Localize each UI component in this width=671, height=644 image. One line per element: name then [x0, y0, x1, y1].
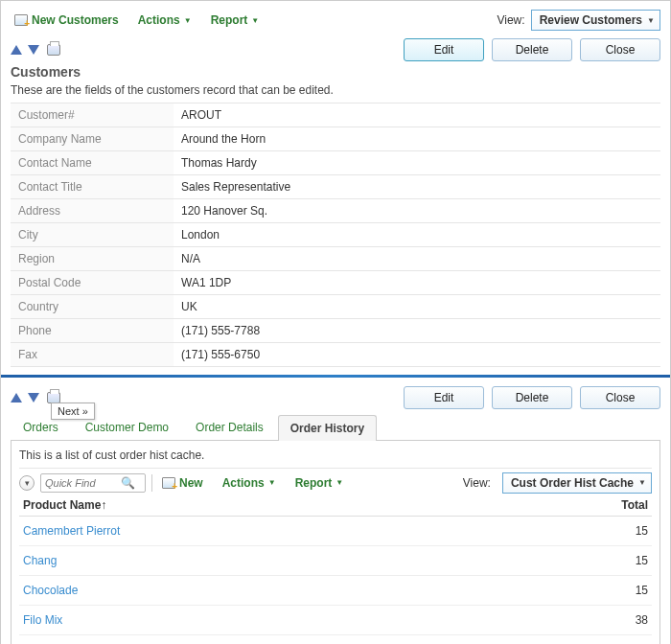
- field-value: N/A: [174, 247, 660, 271]
- field-row: Contact NameThomas Hardy: [11, 151, 660, 175]
- actions-label: Actions: [138, 13, 180, 27]
- tab-orders[interactable]: Orders: [11, 414, 71, 440]
- print-icon[interactable]: [47, 44, 60, 56]
- grid-row: Chang15: [19, 546, 652, 576]
- field-row: RegionN/A: [11, 247, 660, 271]
- tab-customer-demo[interactable]: Customer Demo: [73, 414, 181, 440]
- field-row: Address120 Hanover Sq.: [11, 199, 660, 223]
- caret-down-icon: ▼: [336, 478, 343, 487]
- field-value: AROUT: [174, 104, 660, 127]
- customers-desc: These are the fields of the customers re…: [11, 83, 660, 97]
- field-label: Contact Name: [11, 151, 174, 175]
- top-menu-bar: New Customers Actions ▼ Report ▼ View: R…: [11, 9, 660, 32]
- field-label: City: [11, 223, 174, 247]
- new-label: New: [179, 476, 203, 490]
- field-value: (171) 555-6750: [174, 343, 660, 367]
- field-label: Customer#: [11, 104, 174, 127]
- field-row: Fax(171) 555-6750: [11, 343, 660, 367]
- caret-down-icon: ▼: [638, 478, 646, 487]
- print-icon[interactable]: [47, 392, 60, 403]
- field-label: Contact Title: [11, 175, 174, 199]
- field-label: Company Name: [11, 127, 174, 151]
- field-label: Region: [11, 247, 174, 271]
- grid-header: Product Name↑ Total: [19, 493, 652, 517]
- quick-find[interactable]: 🔍: [40, 473, 146, 493]
- field-label: Country: [11, 295, 174, 319]
- field-label: Phone: [11, 319, 174, 343]
- search-icon[interactable]: 🔍: [118, 476, 137, 490]
- move-down-icon[interactable]: [28, 45, 39, 55]
- collapse-icon[interactable]: ▾: [19, 475, 35, 491]
- new-icon: [14, 14, 28, 26]
- separator: [151, 474, 152, 492]
- field-label: Fax: [11, 343, 174, 367]
- move-up-icon[interactable]: [11, 45, 22, 55]
- col-total[interactable]: Total: [590, 498, 648, 512]
- actions-label: Actions: [222, 476, 265, 490]
- field-value: UK: [174, 295, 660, 319]
- detail-tabs: Next » OrdersCustomer DemoOrder DetailsO…: [11, 414, 660, 441]
- field-value: Sales Representative: [174, 175, 660, 199]
- detail-view-label: View:: [463, 476, 491, 490]
- actions-menu[interactable]: Actions ▼: [134, 12, 196, 29]
- product-total: 38: [590, 613, 648, 627]
- customers-title: Customers: [11, 64, 660, 80]
- detail-view-dropdown[interactable]: Cust Order Hist Cache ▼: [502, 472, 652, 494]
- grid-row: Chocolade15: [19, 576, 652, 606]
- actions-detail-menu[interactable]: Actions ▼: [219, 474, 280, 492]
- edit-button[interactable]: Edit: [404, 386, 484, 409]
- tab-body: This is a list of cust order hist cache.…: [11, 441, 660, 644]
- view-label: View:: [497, 13, 524, 27]
- field-row: Postal CodeWA1 1DP: [11, 271, 660, 295]
- field-row: CountryUK: [11, 295, 660, 319]
- section-divider: [1, 375, 670, 378]
- move-down-icon[interactable]: [28, 393, 39, 402]
- tab-order-details[interactable]: Order Details: [183, 414, 276, 440]
- close-button[interactable]: Close: [580, 38, 660, 61]
- field-value: (171) 555-7788: [174, 319, 660, 343]
- product-total: 15: [590, 554, 648, 567]
- close-button[interactable]: Close: [580, 386, 660, 409]
- tab-order-history[interactable]: Order History: [278, 415, 377, 441]
- caret-down-icon: ▼: [184, 16, 192, 25]
- product-link[interactable]: Chocolade: [23, 584, 590, 597]
- edit-button[interactable]: Edit: [404, 38, 484, 61]
- grid-row: Flotemysost12: [19, 635, 652, 644]
- product-link[interactable]: Camembert Pierrot: [23, 524, 590, 538]
- field-value: 120 Hanover Sq.: [174, 199, 660, 223]
- field-label: Postal Code: [11, 271, 174, 295]
- new-customers-label: New Customers: [32, 13, 119, 27]
- product-total: 15: [590, 584, 648, 597]
- product-total: 15: [590, 524, 648, 538]
- detail-action-row: Edit Delete Close: [11, 385, 660, 410]
- field-row: Company NameAround the Horn: [11, 127, 660, 151]
- delete-button[interactable]: Delete: [492, 386, 572, 409]
- customer-field-table: Customer#AROUTCompany NameAround the Hor…: [11, 103, 660, 367]
- new-icon: [162, 477, 175, 489]
- record-action-row: Edit Delete Close: [11, 37, 660, 62]
- quick-find-input[interactable]: [41, 477, 118, 489]
- grid-row: Camembert Pierrot15: [19, 517, 652, 546]
- new-detail-menu[interactable]: New: [158, 474, 207, 492]
- report-detail-menu[interactable]: Report ▼: [291, 474, 348, 492]
- field-row: Phone(171) 555-7788: [11, 319, 660, 343]
- caret-down-icon: ▼: [268, 478, 276, 487]
- field-value: Thomas Hardy: [174, 151, 660, 175]
- product-link[interactable]: Chang: [23, 554, 590, 567]
- field-value: Around the Horn: [174, 127, 660, 151]
- move-up-icon[interactable]: [11, 393, 22, 402]
- sort-asc-icon: ↑: [101, 498, 106, 512]
- new-customers-menu[interactable]: New Customers: [11, 12, 123, 29]
- field-label: Address: [11, 199, 174, 223]
- tab-desc: This is a list of cust order hist cache.: [19, 447, 652, 468]
- view-dropdown[interactable]: Review Customers ▼: [531, 10, 660, 31]
- report-label: Report: [295, 476, 333, 490]
- detail-view-value: Cust Order Hist Cache: [511, 476, 634, 490]
- field-row: Customer#AROUT: [11, 104, 660, 127]
- field-row: CityLondon: [11, 223, 660, 247]
- col-product-name[interactable]: Product Name↑: [23, 498, 590, 512]
- report-menu[interactable]: Report ▼: [207, 12, 264, 29]
- delete-button[interactable]: Delete: [492, 38, 572, 61]
- report-label: Report: [211, 13, 248, 27]
- product-link[interactable]: Filo Mix: [23, 613, 590, 627]
